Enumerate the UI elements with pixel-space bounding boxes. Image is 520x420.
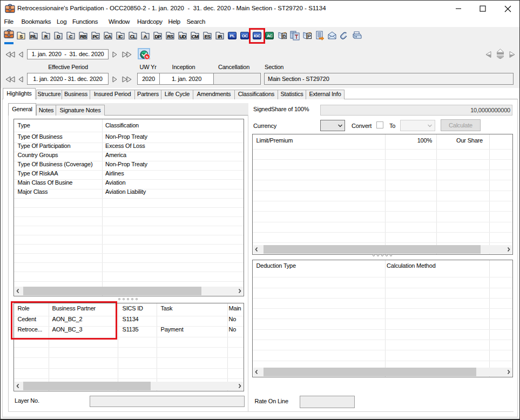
- svg-text:N: N: [146, 55, 148, 59]
- svg-text:B: B: [282, 33, 286, 39]
- svg-text:P: P: [308, 33, 311, 39]
